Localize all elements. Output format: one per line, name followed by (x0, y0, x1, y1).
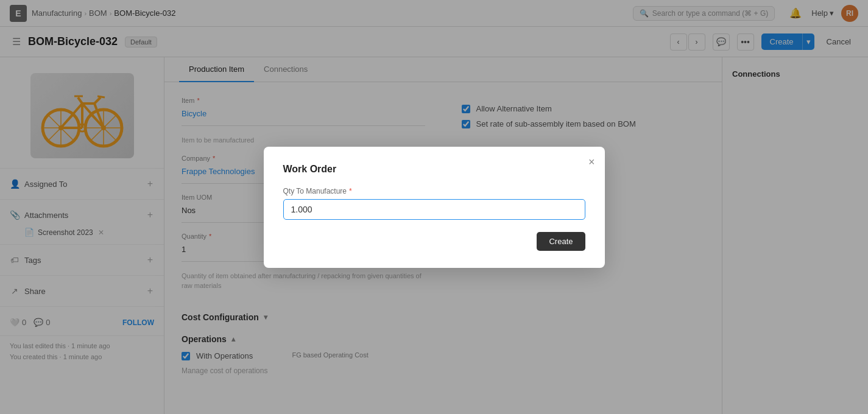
qty-to-manufacture-input[interactable] (283, 199, 585, 220)
work-order-modal: × Work Order Qty To Manufacture * Create (264, 147, 605, 268)
modal-qty-required: * (349, 187, 352, 195)
modal-qty-label: Qty To Manufacture * (283, 187, 585, 195)
modal-create-button[interactable]: Create (537, 232, 585, 251)
modal-title: Work Order (283, 164, 585, 175)
modal-close-button[interactable]: × (588, 156, 595, 167)
modal-qty-field: Qty To Manufacture * (283, 187, 585, 220)
modal-overlay: × Work Order Qty To Manufacture * Create (0, 0, 868, 414)
modal-footer: Create (283, 232, 585, 251)
